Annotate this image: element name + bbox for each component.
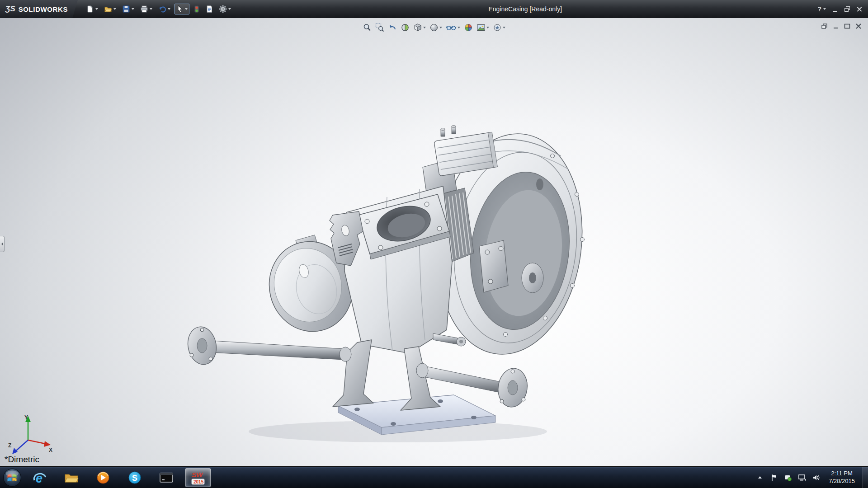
taskbar-clock[interactable]: 2:11 PM 7/28/2015 — [825, 470, 859, 485]
volume-button[interactable] — [811, 471, 821, 484]
svg-text:SW: SW — [192, 471, 203, 479]
section-view-button[interactable] — [400, 23, 410, 33]
new-document-icon — [86, 5, 94, 13]
appearance-ball-icon — [464, 23, 473, 32]
open-button[interactable] — [102, 4, 118, 14]
dropdown-caret[interactable] — [113, 8, 116, 10]
heads-up-view-toolbar — [362, 23, 506, 33]
feature-manager-collapse-tab[interactable] — [0, 236, 5, 252]
dropdown-caret[interactable] — [168, 8, 170, 10]
help-glyph: ? — [817, 5, 821, 13]
document-window-controls — [821, 23, 863, 29]
doc-close-button[interactable] — [854, 23, 863, 29]
engine-casing-model[interactable] — [0, 18, 868, 466]
view-orientation-button[interactable] — [412, 23, 427, 33]
taskbar-internet-explorer[interactable]: e — [27, 468, 52, 487]
dropdown-caret[interactable] — [486, 27, 489, 28]
rebuild-button[interactable] — [192, 4, 202, 14]
print-icon — [140, 5, 148, 13]
dropdown-caret[interactable] — [150, 8, 152, 10]
command-prompt-icon — [159, 471, 174, 484]
triad-z-label: Z — [8, 442, 11, 449]
print-button[interactable] — [138, 4, 154, 14]
close-button[interactable] — [856, 6, 863, 12]
taskbar-windows-explorer[interactable] — [59, 468, 84, 487]
file-properties-button[interactable] — [204, 4, 215, 14]
mount-rod-left — [185, 324, 351, 366]
chevron-up-icon — [758, 476, 762, 479]
zoom-to-fit-icon — [363, 23, 372, 32]
glasses-icon — [446, 23, 457, 32]
dropdown-caret[interactable] — [423, 27, 426, 28]
triad-y-label: Y — [24, 414, 28, 421]
svg-text:e: e — [36, 472, 42, 485]
edit-appearance-button[interactable] — [463, 23, 474, 33]
restore-button[interactable] — [844, 6, 850, 12]
show-hidden-icons-button[interactable] — [755, 471, 765, 484]
view-cube-icon — [413, 23, 422, 32]
taskbar-command-prompt[interactable] — [154, 468, 179, 487]
dropdown-caret[interactable] — [439, 27, 442, 28]
3ds-logo: ƷS — [5, 5, 15, 14]
dropdown-caret[interactable] — [185, 8, 188, 10]
zoom-to-area-button[interactable] — [374, 23, 385, 33]
dropdown-caret[interactable] — [132, 8, 134, 10]
apply-scene-button[interactable] — [476, 23, 490, 33]
taskbar-apps: e S — [27, 468, 211, 487]
doc-restore-down-button[interactable] — [821, 23, 829, 29]
minimize-button[interactable] — [832, 6, 838, 12]
volume-icon — [812, 474, 820, 482]
hide-show-items-button[interactable] — [445, 23, 461, 33]
save-button[interactable] — [120, 4, 136, 14]
undo-button[interactable] — [156, 4, 172, 14]
rebuild-icon — [193, 5, 200, 13]
save-icon — [122, 5, 130, 13]
taskbar: e S — [0, 466, 868, 488]
graphics-area[interactable]: Y X Z *Dimetric — [0, 18, 868, 466]
scene-icon — [476, 23, 486, 32]
section-view-icon — [401, 23, 410, 32]
internet-explorer-icon: e — [32, 470, 47, 485]
svg-text:S: S — [132, 474, 137, 483]
taskbar-solidworks[interactable]: SW 2015 — [185, 468, 211, 487]
undo-icon — [158, 5, 166, 13]
previous-view-icon — [388, 23, 397, 32]
zoom-to-fit-button[interactable] — [362, 23, 373, 33]
svg-text:2015: 2015 — [193, 479, 204, 484]
close-icon — [855, 23, 862, 29]
taskbar-media-player[interactable] — [90, 468, 116, 487]
options-button[interactable] — [217, 4, 233, 14]
dropdown-caret[interactable] — [503, 27, 505, 28]
flag-icon — [770, 474, 778, 482]
network-button[interactable] — [797, 471, 807, 484]
previous-view-button[interactable] — [387, 23, 398, 33]
minimize-icon — [833, 23, 839, 29]
help-button[interactable]: ? — [817, 5, 826, 13]
view-settings-button[interactable] — [492, 23, 506, 33]
chevron-left-icon — [1, 242, 3, 246]
maximize-icon — [844, 23, 850, 29]
options-gear-icon — [219, 5, 227, 13]
skype-icon: S — [128, 471, 142, 484]
display-style-button[interactable] — [429, 23, 443, 33]
taskbar-skype[interactable]: S — [122, 468, 147, 487]
safely-remove-hardware-button[interactable] — [783, 471, 793, 484]
new-button[interactable] — [84, 4, 100, 14]
reference-triad[interactable]: Y X Z — [7, 412, 54, 459]
show-desktop-button[interactable] — [863, 467, 868, 488]
dropdown-caret[interactable] — [228, 8, 231, 10]
doc-maximize-button[interactable] — [843, 23, 851, 29]
view-settings-icon — [493, 23, 502, 32]
dropdown-caret[interactable] — [458, 27, 460, 28]
doc-minimize-button[interactable] — [832, 23, 840, 29]
clock-date: 7/28/2015 — [829, 478, 855, 485]
action-center-button[interactable] — [769, 471, 779, 484]
open-folder-icon — [104, 5, 112, 13]
stub-shaft — [433, 333, 466, 346]
start-button[interactable] — [2, 467, 23, 488]
restore-down-icon — [821, 23, 828, 29]
window-controls: ? — [817, 5, 868, 13]
dropdown-caret[interactable] — [95, 8, 98, 10]
dropdown-caret[interactable] — [823, 8, 826, 10]
select-button[interactable] — [175, 4, 189, 14]
